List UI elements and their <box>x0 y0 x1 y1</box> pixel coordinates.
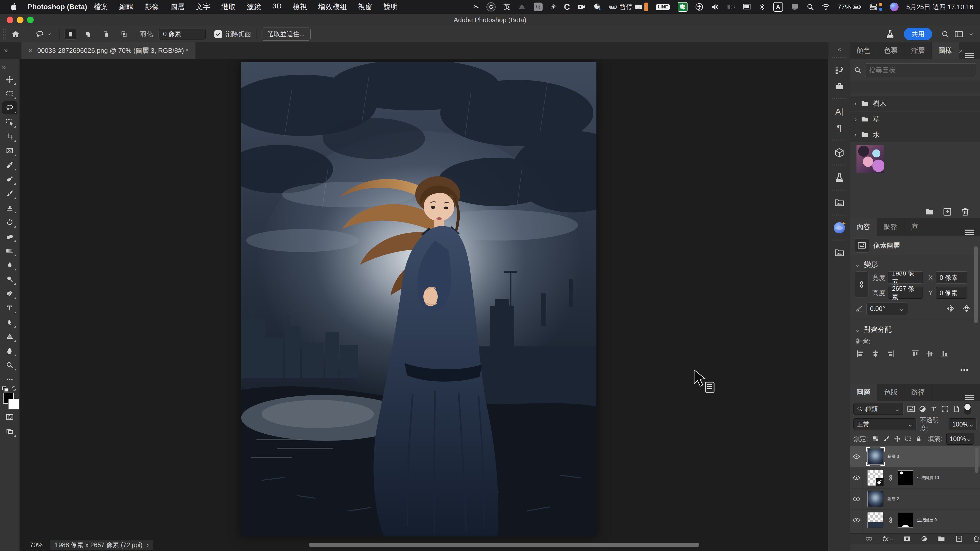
mode-subtract-selection[interactable] <box>100 29 112 39</box>
layer-thumbnail[interactable] <box>867 449 883 465</box>
zoom-level[interactable]: 70% <box>30 541 43 549</box>
y-input[interactable]: 0 像素 <box>936 287 967 299</box>
flip-horizontal-button[interactable] <box>946 304 955 313</box>
align-top-button[interactable] <box>910 348 921 359</box>
menu-filter[interactable]: 濾鏡 <box>247 2 261 12</box>
zoom-tool[interactable] <box>2 359 17 372</box>
edit-toolbar-ellipsis[interactable] <box>2 373 17 386</box>
accessibility-icon[interactable] <box>695 3 703 11</box>
filter-adjustment-layers-icon[interactable] <box>919 405 926 413</box>
canvas-area[interactable]: 70% 1988 像素 x 2657 像素 (72 ppi) › <box>20 59 828 551</box>
screen-mode-button[interactable] <box>2 425 17 438</box>
history-brush-tool[interactable] <box>2 216 17 229</box>
align-middle-v-button[interactable] <box>924 348 935 359</box>
rotation-combo[interactable]: 0.00° ⌄ <box>867 303 907 314</box>
generative-panel-icon[interactable] <box>834 220 845 236</box>
brightness-icon[interactable]: ☀ <box>550 3 556 11</box>
new-adjustment-button[interactable] <box>921 535 928 543</box>
wifi-icon[interactable] <box>822 3 830 11</box>
default-colors-icon[interactable] <box>2 386 8 391</box>
line-app-icon[interactable]: LINE <box>655 4 670 10</box>
search-button[interactable] <box>939 29 952 40</box>
beta-flask-icon[interactable] <box>883 28 897 40</box>
lock-pixels-icon[interactable] <box>883 435 890 442</box>
chevron-right-icon[interactable]: › <box>854 131 857 139</box>
brush-tool[interactable] <box>2 187 17 200</box>
swap-colors-icon[interactable] <box>11 386 17 392</box>
align-bottom-button[interactable] <box>939 348 950 359</box>
asset-library-panel-icon[interactable] <box>834 245 845 261</box>
lock-all-icon[interactable] <box>915 435 922 442</box>
layer-row[interactable]: 圖層 2 <box>850 489 980 510</box>
document-info[interactable]: 1988 像素 x 2657 像素 (72 ppi) › <box>50 540 153 550</box>
lock-artboard-icon[interactable] <box>905 435 912 442</box>
document-tab[interactable]: × 00033-2872696026.png @ 70% (圖層 3, RGB/… <box>21 42 196 59</box>
battery-percent[interactable]: 77% <box>838 2 862 11</box>
siri-icon[interactable] <box>890 3 899 11</box>
menu-plugins[interactable]: 增效模組 <box>318 2 347 12</box>
pen-tool[interactable] <box>2 287 17 300</box>
new-pattern-icon[interactable] <box>943 207 952 216</box>
tab-adjustments[interactable]: 調整 <box>877 218 904 236</box>
tab-patterns[interactable]: 圖樣 <box>932 42 959 59</box>
hand-tool[interactable] <box>2 344 17 357</box>
tab-color[interactable]: 顏色 <box>850 42 877 59</box>
tab-swatches[interactable]: 色票 <box>877 42 904 59</box>
menu-view[interactable]: 檢視 <box>293 2 307 12</box>
antialias-checkbox[interactable] <box>215 30 222 38</box>
tab-overflow-icon[interactable]: » <box>4 46 7 54</box>
bluetooth-icon[interactable] <box>759 3 765 11</box>
layer-row[interactable]: 生成圖層 10 <box>850 467 980 489</box>
align-section-header[interactable]: ⌄ 對齊分配 <box>850 321 980 337</box>
layer-thumbnail[interactable] <box>867 491 883 507</box>
layer-filter-combo[interactable]: 種類 ⌄ <box>853 403 904 415</box>
mode-intersect-selection[interactable] <box>118 29 130 39</box>
layer-row[interactable] <box>850 531 980 534</box>
libraries-panel-icon[interactable] <box>834 195 845 211</box>
menu-app-name[interactable]: Photoshop (Beta) <box>27 3 87 11</box>
menu-window[interactable]: 視窗 <box>358 2 372 12</box>
tab-gradients[interactable]: 漸層 <box>904 42 932 59</box>
move-tool[interactable] <box>2 73 17 86</box>
filter-pixel-layers-icon[interactable] <box>907 405 915 413</box>
blur-tool[interactable] <box>2 259 17 272</box>
layer-row[interactable]: 生成圖層 9 <box>850 510 980 531</box>
patterns-menu-icon[interactable] <box>965 53 974 54</box>
slice-tool[interactable] <box>2 144 17 157</box>
minimize-window-button[interactable] <box>17 17 24 23</box>
mode-new-selection[interactable] <box>65 29 76 39</box>
menu-layer[interactable]: 圖層 <box>170 2 185 12</box>
menu-select[interactable]: 選取 <box>221 2 235 12</box>
layer-styles-button[interactable]: fx⌄ <box>883 535 893 543</box>
menu-3d[interactable]: 3D <box>272 2 282 12</box>
properties-menu-icon[interactable] <box>965 230 974 230</box>
zoom-window-button[interactable] <box>27 17 34 23</box>
height-input[interactable]: 2657 像素 <box>888 287 923 299</box>
background-color[interactable] <box>8 399 19 410</box>
spotlight-icon[interactable] <box>807 3 814 11</box>
framed-display-icon[interactable] <box>743 3 751 11</box>
boxed-search-icon[interactable] <box>534 3 542 11</box>
3d-panel-icon[interactable] <box>834 144 845 161</box>
layer-filter-toggle[interactable] <box>964 403 971 415</box>
pattern-thumbnail[interactable] <box>856 145 884 173</box>
marquee-tool[interactable] <box>2 87 17 100</box>
flip-vertical-button[interactable] <box>962 304 971 313</box>
input-method-indicator[interactable]: 英 <box>503 3 510 11</box>
plugins-panel-icon[interactable] <box>835 78 844 95</box>
lock-transparency-icon[interactable] <box>872 435 879 442</box>
workspace-switcher[interactable] <box>952 28 966 40</box>
layer-mask-thumbnail[interactable] <box>898 513 913 527</box>
share-button[interactable]: 共用 <box>904 28 932 40</box>
layer-mask-thumbnail[interactable] <box>898 470 913 485</box>
lock-position-icon[interactable] <box>894 435 900 442</box>
character-panel-icon[interactable]: A| <box>835 103 843 120</box>
canvas-image[interactable] <box>241 62 597 537</box>
visibility-eye-icon[interactable] <box>853 516 860 524</box>
new-group-icon[interactable] <box>925 207 934 216</box>
layer-name[interactable]: 圖層 2 <box>887 496 899 502</box>
apple-menu-icon[interactable] <box>10 3 17 11</box>
layer-row[interactable]: 圖層 3 <box>850 446 980 467</box>
dodge-tool[interactable] <box>2 273 17 286</box>
filter-type-layers-icon[interactable] <box>930 405 938 413</box>
